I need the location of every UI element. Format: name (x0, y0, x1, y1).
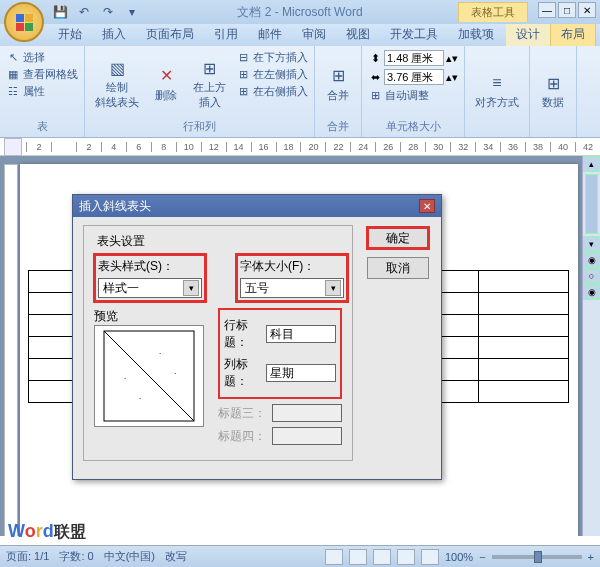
group-label: 合并 (321, 118, 355, 135)
status-words[interactable]: 字数: 0 (59, 549, 93, 564)
row-height-field[interactable]: ⬍▴▾ (368, 50, 458, 66)
zoom-slider[interactable] (492, 555, 582, 559)
close-button[interactable]: ✕ (578, 2, 596, 18)
save-icon[interactable]: 💾 (50, 3, 70, 21)
tab-review[interactable]: 审阅 (292, 23, 336, 46)
delete-button[interactable]: ✕删除 (149, 50, 183, 118)
ruler-corner[interactable] (4, 138, 22, 156)
select-button[interactable]: ↖选择 (6, 50, 78, 65)
pointer-icon: ↖ (6, 51, 20, 65)
scroll-down-icon[interactable]: ▾ (583, 236, 600, 252)
group-table: ↖选择 ▦查看网格线 ☷属性 表 (0, 46, 85, 137)
data-button[interactable]: ⊞数据 (536, 50, 570, 133)
font-size-combobox[interactable]: 五号▾ (240, 278, 344, 298)
merge-button[interactable]: ⊞合并 (321, 50, 355, 118)
col-width-field[interactable]: ⬌▴▾ (368, 69, 458, 85)
cancel-button[interactable]: 取消 (367, 257, 429, 279)
scroll-thumb[interactable] (585, 174, 598, 234)
outline-view-icon[interactable] (397, 549, 415, 565)
minimize-button[interactable]: — (538, 2, 556, 18)
tab-mailings[interactable]: 邮件 (248, 23, 292, 46)
zoom-in-icon[interactable]: + (588, 551, 594, 563)
insert-above-button[interactable]: ⊞在上方 插入 (189, 50, 230, 118)
zoom-level[interactable]: 100% (445, 551, 473, 563)
col-title-label: 列标题： (224, 356, 260, 390)
group-merge: ⊞合并 合并 (315, 46, 362, 137)
tab-view[interactable]: 视图 (336, 23, 380, 46)
zoom-thumb[interactable] (534, 551, 542, 563)
chevron-down-icon[interactable]: ▾ (183, 280, 199, 296)
prev-page-icon[interactable]: ◉ (583, 252, 600, 268)
insert-left-button[interactable]: ⊞在左侧插入 (236, 67, 308, 82)
ribbon: ↖选择 ▦查看网格线 ☷属性 表 ▧绘制 斜线表头 ✕删除 ⊞在上方 插入 ⊟在… (0, 46, 600, 138)
autofit-icon: ⊞ (368, 89, 382, 103)
properties-button[interactable]: ☷属性 (6, 84, 78, 99)
status-mode[interactable]: 改写 (165, 549, 187, 564)
contextual-tab-label: 表格工具 (458, 2, 528, 22)
dialog-titlebar[interactable]: 插入斜线表头 ✕ (73, 195, 441, 217)
col-left-icon: ⊞ (236, 68, 250, 82)
group-label: 行和列 (91, 118, 308, 135)
web-view-icon[interactable] (373, 549, 391, 565)
group-alignment: ≡对齐方式 (465, 46, 530, 137)
delete-icon: ✕ (156, 66, 176, 86)
scroll-up-icon[interactable]: ▴ (583, 156, 600, 172)
alignment-button[interactable]: ≡对齐方式 (471, 50, 523, 133)
draw-diagonal-header-button[interactable]: ▧绘制 斜线表头 (91, 50, 143, 118)
group-label: 表 (6, 118, 78, 135)
col-title-input[interactable] (266, 364, 336, 382)
insert-diagonal-header-dialog: 插入斜线表头 ✕ 确定 取消 表头设置 表头样式(S)： 样式一▾ 字体大小(F… (72, 194, 442, 480)
redo-icon[interactable]: ↷ (98, 3, 118, 21)
chevron-down-icon[interactable]: ▾ (325, 280, 341, 296)
insert-right-button[interactable]: ⊞在右侧插入 (236, 84, 308, 99)
data-icon: ⊞ (543, 73, 563, 93)
draft-view-icon[interactable] (421, 549, 439, 565)
title4-label: 标题四： (218, 428, 266, 445)
merge-icon: ⊞ (328, 66, 348, 86)
title3-input (272, 404, 342, 422)
tab-insert[interactable]: 插入 (92, 23, 136, 46)
qat-more-icon[interactable]: ▾ (122, 3, 142, 21)
tab-addins[interactable]: 加载项 (448, 23, 504, 46)
col-right-icon: ⊞ (236, 85, 250, 99)
tab-layout[interactable]: 布局 (550, 22, 596, 46)
tab-design[interactable]: 设计 (506, 23, 550, 46)
insert-below-button[interactable]: ⊟在下方插入 (236, 50, 308, 65)
vertical-ruler[interactable] (4, 164, 18, 536)
autofit-button[interactable]: ⊞自动调整 (368, 88, 458, 103)
browse-object-icon[interactable]: ○ (583, 268, 600, 284)
tab-developer[interactable]: 开发工具 (380, 23, 448, 46)
tab-references[interactable]: 引用 (204, 23, 248, 46)
vertical-scrollbar[interactable]: ▴ ▾ ◉ ○ ◉ (582, 156, 600, 536)
tab-pagelayout[interactable]: 页面布局 (136, 23, 204, 46)
props-icon: ☷ (6, 85, 20, 99)
watermark-brand: Word联盟 (8, 521, 86, 543)
horizontal-ruler[interactable]: 224681012141618202224262830323436384042 (0, 138, 600, 156)
next-page-icon[interactable]: ◉ (583, 284, 600, 300)
title4-input (272, 427, 342, 445)
svg-line-1 (104, 331, 194, 421)
svg-text:·: · (159, 349, 161, 358)
insert-above-icon: ⊞ (200, 58, 220, 78)
restore-button[interactable]: □ (558, 2, 576, 18)
status-language[interactable]: 中文(中国) (104, 549, 155, 564)
ribbon-tabs: 开始 插入 页面布局 引用 邮件 审阅 视图 开发工具 加载项 设计 布局 (0, 24, 600, 46)
fullscreen-view-icon[interactable] (349, 549, 367, 565)
view-gridlines-button[interactable]: ▦查看网格线 (6, 67, 78, 82)
dialog-close-icon[interactable]: ✕ (419, 199, 435, 213)
ok-button[interactable]: 确定 (367, 227, 429, 249)
style-label: 表头样式(S)： (98, 258, 202, 275)
row-title-input[interactable] (266, 325, 336, 343)
stepper-icon[interactable]: ▴▾ (446, 71, 458, 84)
print-layout-view-icon[interactable] (325, 549, 343, 565)
tab-home[interactable]: 开始 (48, 23, 92, 46)
stepper-icon[interactable]: ▴▾ (446, 52, 458, 65)
header-settings-fieldset: 表头设置 表头样式(S)： 样式一▾ 字体大小(F)： 五号▾ 预览 ···· (83, 225, 353, 461)
svg-text:·: · (174, 369, 176, 378)
zoom-out-icon[interactable]: − (479, 551, 485, 563)
undo-icon[interactable]: ↶ (74, 3, 94, 21)
office-button[interactable] (4, 2, 44, 42)
status-page[interactable]: 页面: 1/1 (6, 549, 49, 564)
status-bar: 页面: 1/1 字数: 0 中文(中国) 改写 100% − + (0, 545, 600, 567)
style-combobox[interactable]: 样式一▾ (98, 278, 202, 298)
